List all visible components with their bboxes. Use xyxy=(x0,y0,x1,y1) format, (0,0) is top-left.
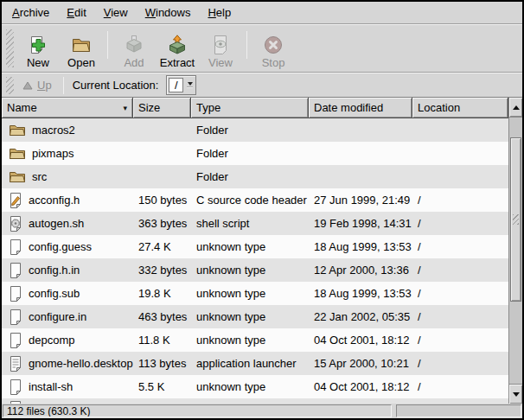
file-row[interactable]: acconfig.h150 bytesC source code header2… xyxy=(2,188,508,212)
extract-icon xyxy=(167,35,188,55)
location-dropdown-button[interactable] xyxy=(184,76,195,94)
menu-edit[interactable]: Edit xyxy=(58,3,94,22)
file-size: 463 bytes xyxy=(133,310,191,323)
file-location: / xyxy=(412,264,508,277)
file-name-cell: config.guess xyxy=(2,239,133,256)
file-type: application launcher xyxy=(191,357,309,370)
document-icon xyxy=(9,332,22,349)
location-entry[interactable]: / xyxy=(169,78,183,92)
scroll-down-button[interactable] xyxy=(509,384,522,404)
extract-button[interactable]: Extract xyxy=(156,28,199,69)
up-arrow-icon xyxy=(22,81,33,90)
sort-indicator-icon: ▾ xyxy=(119,104,127,112)
file-row[interactable]: config.h.in332 bytesunknown type12 Apr 2… xyxy=(2,258,508,282)
file-location: / xyxy=(412,357,508,370)
file-location: / xyxy=(412,380,508,393)
toolbar: New Open Add xyxy=(2,24,522,73)
file-row[interactable]: gnome-hello.desktop113 bytesapplication … xyxy=(2,352,508,375)
document-icon xyxy=(9,309,22,326)
file-name: macros2 xyxy=(32,124,75,137)
file-size: 150 bytes xyxy=(133,194,191,207)
file-name: acconfig.h xyxy=(29,194,80,207)
text-document-icon xyxy=(9,355,22,372)
file-name-cell: src xyxy=(2,170,133,184)
file-row[interactable]: install-sh5.5 Kunknown type04 Oct 2001, … xyxy=(2,375,508,398)
file-name-cell: install-sh xyxy=(2,379,133,396)
column-header-label: Location xyxy=(418,101,460,114)
add-button-label: Add xyxy=(124,56,144,69)
up-button-label: Up xyxy=(37,79,52,92)
chevron-down-icon xyxy=(188,82,193,86)
file-type: C source code header xyxy=(191,194,309,207)
document-icon xyxy=(9,262,22,279)
scrollbar-thumb[interactable] xyxy=(510,137,521,302)
file-row[interactable]: depcomp11.8 Kunknown type04 Oct 2001, 18… xyxy=(2,328,508,352)
toolbar-separator xyxy=(246,31,247,59)
file-type: shell script xyxy=(191,217,309,230)
toolbar-grip-handle[interactable] xyxy=(6,29,14,67)
file-name: src xyxy=(32,170,47,183)
file-name-cell: configure.in xyxy=(2,309,133,326)
file-name-cell: autogen.sh xyxy=(2,215,133,232)
scroll-up-button[interactable] xyxy=(509,98,522,118)
vertical-scrollbar[interactable] xyxy=(508,98,522,404)
file-row-partial[interactable] xyxy=(2,398,508,404)
column-header-name[interactable]: Name▾ xyxy=(2,98,133,118)
file-row[interactable]: config.guess27.4 Kunknown type18 Aug 199… xyxy=(2,235,508,258)
file-name: install-sh xyxy=(29,380,73,393)
location-bar-grip-handle[interactable] xyxy=(6,77,14,94)
file-size: 5.5 K xyxy=(133,380,191,393)
file-row[interactable]: macros2Folder xyxy=(2,118,508,142)
file-type: unknown type xyxy=(191,334,309,347)
progress-bar xyxy=(396,404,521,417)
file-name-cell: gnome-hello.desktop xyxy=(2,355,133,372)
column-header-label: Type xyxy=(196,101,220,114)
folder-icon xyxy=(9,147,26,161)
file-name-cell: acconfig.h xyxy=(2,192,133,209)
file-size: 332 bytes xyxy=(133,264,191,277)
file-row[interactable]: configure.in463 bytesunknown type22 Jan … xyxy=(2,305,508,328)
add-files-icon xyxy=(124,35,144,55)
folder-icon xyxy=(9,124,26,137)
file-name-cell: depcomp xyxy=(2,332,133,349)
file-type: unknown type xyxy=(191,287,309,300)
location-bar-separator xyxy=(63,77,64,94)
file-rows: macros2Folder pixmapsFolder srcFolder ac… xyxy=(2,118,508,404)
file-row[interactable]: config.sub19.8 Kunknown type18 Aug 1999,… xyxy=(2,282,508,305)
menu-help[interactable]: Help xyxy=(199,3,240,22)
open-button[interactable]: Open xyxy=(60,28,103,69)
menubar: ArchiveEditViewWindowsHelp xyxy=(2,2,522,24)
file-name: depcomp xyxy=(29,334,74,347)
location-combo[interactable]: / xyxy=(166,75,196,95)
file-location: / xyxy=(412,310,508,323)
column-header-size[interactable]: Size xyxy=(133,98,191,118)
view-button-label: View xyxy=(208,56,233,69)
file-name-cell: pixmaps xyxy=(2,147,133,161)
file-type: unknown type xyxy=(191,380,309,393)
file-type: Folder xyxy=(191,147,309,160)
file-name: pixmaps xyxy=(32,147,73,160)
file-row[interactable]: autogen.sh363 bytesshell script19 Feb 19… xyxy=(2,212,508,235)
column-header-type[interactable]: Type xyxy=(191,98,309,118)
statusbar: 112 files (630.3 K) xyxy=(2,404,522,418)
menu-view[interactable]: View xyxy=(95,3,137,22)
file-row[interactable]: pixmapsFolder xyxy=(2,142,508,165)
new-button[interactable]: New xyxy=(16,28,60,69)
file-type: Folder xyxy=(191,170,309,183)
column-header-location[interactable]: Location xyxy=(412,98,508,118)
file-row[interactable]: srcFolder xyxy=(2,165,508,188)
document-icon xyxy=(9,400,22,404)
column-header-date-modified[interactable]: Date modified xyxy=(309,98,412,118)
menu-windows[interactable]: Windows xyxy=(137,3,200,22)
new-button-label: New xyxy=(27,56,49,69)
menu-archive[interactable]: Archive xyxy=(3,3,58,22)
file-location: / xyxy=(412,240,508,253)
up-button: Up xyxy=(16,79,58,92)
view-file-icon xyxy=(210,35,231,55)
file-name-cell xyxy=(2,398,133,404)
file-size: 113 bytes xyxy=(133,357,191,370)
location-bar: Up Current Location: / xyxy=(2,73,522,97)
file-date: 18 Aug 1999, 13:53 xyxy=(309,240,412,253)
file-name: configure.in xyxy=(29,310,86,323)
add-button: Add xyxy=(112,28,156,69)
